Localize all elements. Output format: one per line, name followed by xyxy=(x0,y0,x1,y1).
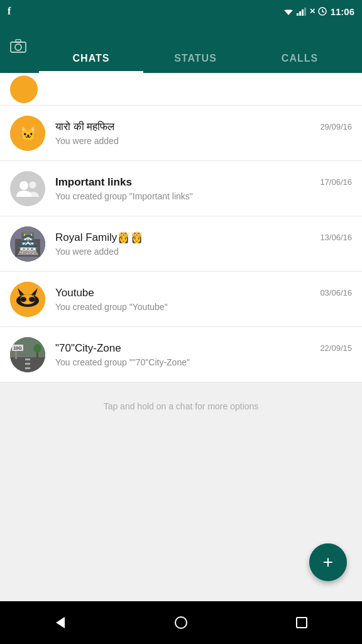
svg-point-28 xyxy=(29,297,35,302)
status-icons: ✕ xyxy=(283,7,327,16)
chat-name-yaaron: यारो की महफिल xyxy=(55,121,114,133)
chat-header-important-links: Important links 17/06/16 xyxy=(55,176,352,189)
svg-point-10 xyxy=(15,44,21,50)
time-display: 11:06 xyxy=(331,6,354,17)
avatar-partial xyxy=(10,75,38,103)
fab-plus-icon: + xyxy=(323,553,333,571)
chat-date-youtube: 03/06/16 xyxy=(320,288,352,297)
chat-preview-royal-family: You were added xyxy=(55,247,352,257)
status-bar-right: ✕ 11:06 xyxy=(283,6,354,17)
svg-rect-32 xyxy=(25,363,30,365)
tab-status[interactable]: STATUS xyxy=(143,53,248,73)
list-item-royal-family[interactable]: Royal Family👸👸 13/06/16 You were added xyxy=(0,216,362,272)
bottom-hint: Tap and hold on a chat for more options xyxy=(0,382,362,430)
chat-header-royal-family: Royal Family👸👸 13/06/16 xyxy=(55,231,352,244)
recent-apps-button[interactable] xyxy=(289,610,314,635)
list-item-partial[interactable] xyxy=(0,73,362,106)
chat-header-city-zone: "70"City-Zone 22/09/15 xyxy=(55,342,352,355)
chat-date-royal-family: 13/06/16 xyxy=(320,233,352,242)
svg-rect-17 xyxy=(15,239,40,257)
svg-rect-20 xyxy=(25,231,30,236)
svg-rect-19 xyxy=(30,233,34,242)
svg-rect-23 xyxy=(25,245,30,253)
chat-name-royal-family: Royal Family👸👸 xyxy=(55,231,143,244)
svg-point-14 xyxy=(19,181,28,190)
chat-header-yaaron: यारो की महफिल 29/09/16 xyxy=(55,121,352,133)
camera-icon[interactable] xyxy=(10,39,26,57)
list-item-city-zone[interactable]: 10G "70"City-Zone 22/09/15 You created g… xyxy=(0,327,362,382)
list-item-yaaron[interactable]: 🐱 यारो की महफिल 29/09/16 You were added xyxy=(0,106,362,161)
chat-content-royal-family: Royal Family👸👸 13/06/16 You were added xyxy=(55,231,352,257)
chat-name-youtube: Youtube xyxy=(55,287,94,299)
signal-icon xyxy=(297,7,307,16)
chat-date-yaaron: 29/09/16 xyxy=(320,122,352,131)
chat-name-important-links: Important links xyxy=(55,176,132,189)
back-button[interactable] xyxy=(48,610,73,635)
svg-rect-18 xyxy=(21,233,25,242)
signal-x-icon: ✕ xyxy=(309,7,315,16)
svg-rect-41 xyxy=(297,618,307,628)
top-navigation: CHATS STATUS CALLS xyxy=(0,23,362,73)
nav-tabs: CHATS STATUS CALLS xyxy=(39,23,352,73)
chat-content-yaaron: यारो की महफिल 29/09/16 You were added xyxy=(55,121,352,146)
svg-rect-2 xyxy=(297,13,299,16)
svg-point-27 xyxy=(20,297,26,302)
chat-preview-yaaron: You were added xyxy=(55,136,352,146)
svg-text:10G: 10G xyxy=(13,346,22,350)
alarm-icon xyxy=(318,7,327,16)
svg-rect-4 xyxy=(302,9,304,16)
facebook-icon: f xyxy=(8,6,11,17)
avatar-royal-family xyxy=(10,226,45,262)
list-item-important-links[interactable]: Important links 17/06/16 You created gro… xyxy=(0,161,362,216)
chat-date-city-zone: 22/09/15 xyxy=(320,343,352,353)
bottom-hint-text: Tap and hold on a chat for more options xyxy=(104,401,259,411)
svg-rect-21 xyxy=(19,247,24,254)
tab-chats[interactable]: CHATS xyxy=(39,53,143,73)
chat-content-youtube: Youtube 03/06/16 You created group "Yout… xyxy=(55,287,352,312)
svg-rect-33 xyxy=(25,367,30,369)
svg-rect-11 xyxy=(16,40,21,42)
chat-content-city-zone: "70"City-Zone 22/09/15 You created group… xyxy=(55,342,352,367)
svg-rect-22 xyxy=(31,247,36,254)
avatar-yaaron: 🐱 xyxy=(10,116,45,151)
svg-point-15 xyxy=(30,181,36,188)
svg-marker-39 xyxy=(56,617,65,628)
chat-preview-important-links: You created group "Important links" xyxy=(55,191,352,201)
svg-text:🐱: 🐱 xyxy=(19,125,37,142)
chat-preview-city-zone: You created group ""70"City-Zone" xyxy=(55,357,352,367)
avatar-important-links xyxy=(10,171,45,206)
svg-rect-31 xyxy=(25,358,30,360)
svg-rect-5 xyxy=(304,8,306,16)
bottom-navigation xyxy=(0,601,362,644)
svg-point-40 xyxy=(175,617,187,628)
chat-name-city-zone: "70"City-Zone xyxy=(55,342,121,355)
svg-point-38 xyxy=(34,344,41,353)
home-button[interactable] xyxy=(168,610,194,635)
tab-calls[interactable]: CALLS xyxy=(248,53,352,73)
chat-list: 🐱 यारो की महफिल 29/09/16 You were added … xyxy=(0,73,362,430)
chat-header-youtube: Youtube 03/06/16 xyxy=(55,287,352,299)
new-chat-fab[interactable]: + xyxy=(309,543,347,581)
chat-content-important-links: Important links 17/06/16 You created gro… xyxy=(55,176,352,201)
svg-rect-3 xyxy=(299,11,301,16)
wifi-icon xyxy=(283,7,294,16)
chat-preview-youtube: You created group "Youtube" xyxy=(55,302,352,312)
avatar-city-zone: 10G xyxy=(10,337,45,372)
avatar-youtube xyxy=(10,282,45,317)
chat-date-important-links: 17/06/16 xyxy=(320,177,352,187)
list-item-youtube[interactable]: Youtube 03/06/16 You created group "Yout… xyxy=(0,272,362,327)
status-bar: f ✕ 11:06 xyxy=(0,0,362,23)
